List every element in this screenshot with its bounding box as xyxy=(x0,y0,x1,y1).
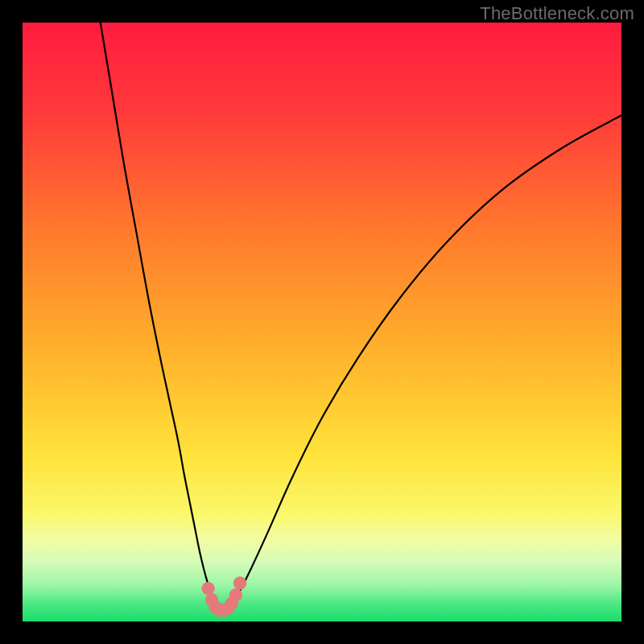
valley-marker xyxy=(229,588,242,601)
valley-marker xyxy=(233,576,246,589)
plot-area xyxy=(23,23,621,621)
bottleneck-chart xyxy=(23,23,621,621)
valley-marker xyxy=(201,582,214,595)
watermark-text: TheBottleneck.com xyxy=(480,3,634,24)
chart-frame: TheBottleneck.com xyxy=(0,0,644,644)
gradient-background xyxy=(23,23,621,621)
